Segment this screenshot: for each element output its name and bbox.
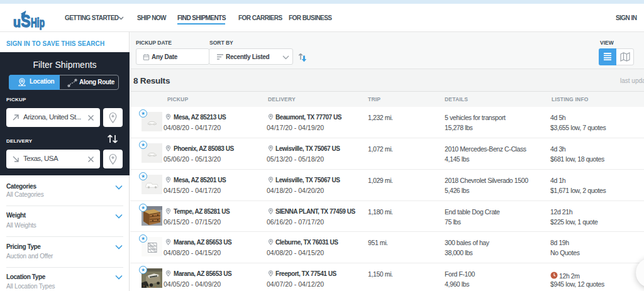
svg-text:Hip: Hip: [31, 16, 45, 30]
svg-text:u: u: [13, 14, 21, 30]
